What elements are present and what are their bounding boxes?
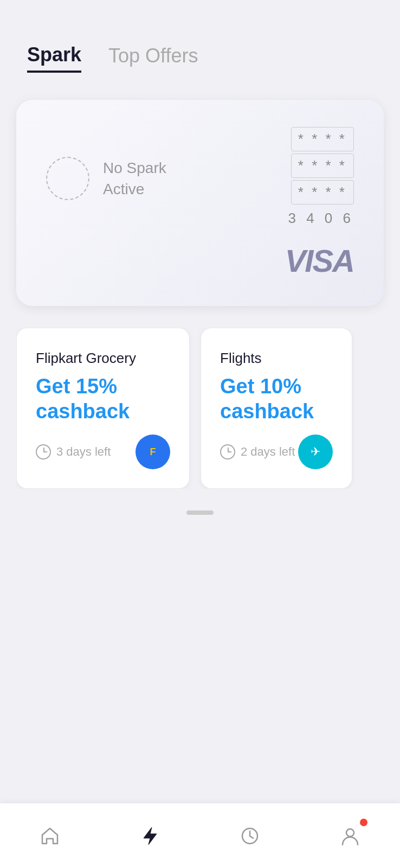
offer-cashback-flipkart: Get 15% cashback [36,374,170,424]
card-top: No Spark Active * * * * * * * * * * * * … [46,127,354,230]
profile-badge [360,819,367,826]
offer-timer-flights: 2 days left [220,444,295,459]
clock-nav-icon [238,824,262,848]
card-avatar [46,157,89,200]
bottom-nav [0,803,400,868]
offer-card-flipkart[interactable]: Flipkart Grocery Get 15% cashback 3 days… [16,328,190,489]
offer-days-left-flipkart: 3 days left [56,445,111,459]
offer-footer-flipkart: 3 days left F [36,435,170,469]
offer-timer-flipkart: 3 days left [36,444,111,459]
card-identity: No Spark Active [46,157,166,200]
card-row-3: * * * * [291,180,354,205]
credit-card[interactable]: No Spark Active * * * * * * * * * * * * … [16,100,384,306]
clock-icon-flights [220,444,235,459]
user-icon [338,824,362,848]
card-section: No Spark Active * * * * * * * * * * * * … [0,84,400,317]
nav-history[interactable] [228,814,272,858]
offer-merchant-flights: Flights [220,350,333,367]
offers-scroll: Flipkart Grocery Get 15% cashback 3 days… [16,328,384,489]
bolt-icon [138,824,162,848]
svg-text:✈: ✈ [311,445,320,458]
nav-spark[interactable] [128,814,172,858]
offer-icon-flights: ✈ [298,435,333,469]
svg-text:F: F [150,446,156,457]
offer-days-left-flights: 2 days left [241,445,295,459]
svg-point-4 [346,829,354,837]
offer-footer-flights: 2 days left ✈ [220,435,333,469]
card-row-2: * * * * [291,154,354,178]
offer-merchant-flipkart: Flipkart Grocery [36,350,170,367]
pagination-dot [186,510,214,515]
offers-section: Flipkart Grocery Get 15% cashback 3 days… [0,317,400,505]
card-bottom: VISA [46,232,354,279]
card-number-block: * * * * * * * * * * * * 3 4 0 6 [281,127,354,230]
nav-profile[interactable] [328,814,372,858]
tab-spark[interactable]: Spark [27,43,81,73]
tab-top-offers[interactable]: Top Offers [108,44,198,72]
clock-icon-flipkart [36,444,51,459]
card-row-4: 3 4 0 6 [281,207,354,230]
visa-logo: VISA [285,242,354,279]
pagination [0,505,400,526]
offer-icon-flipkart: F [136,435,170,469]
header: Spark Top Offers [0,0,400,84]
card-status-label: No Spark Active [103,157,166,200]
card-row-1: * * * * [291,127,354,151]
offer-card-flights[interactable]: Flights Get 10% cashback 2 days left ✈ [201,328,352,489]
home-icon [38,824,62,848]
nav-home[interactable] [28,814,72,858]
offer-cashback-flights: Get 10% cashback [220,374,333,424]
